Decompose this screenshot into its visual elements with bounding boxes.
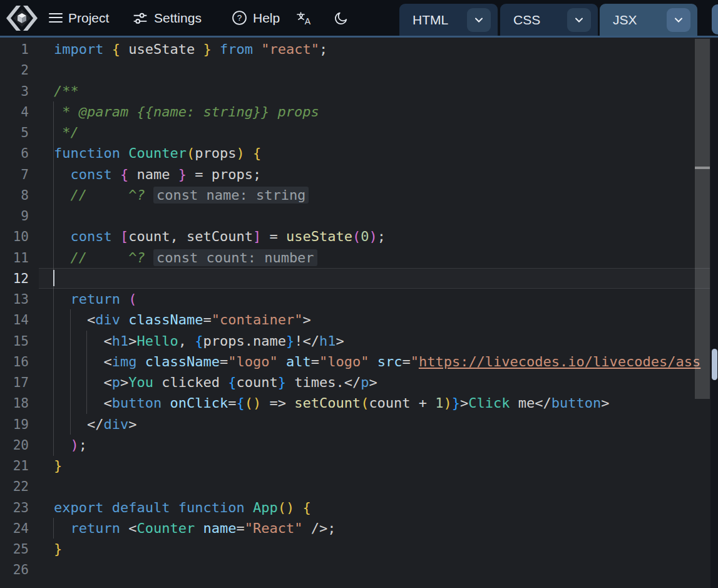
code-token: !</ [294,333,319,349]
code-token: () [245,395,262,411]
line-number: 17 [0,373,29,393]
code-line[interactable]: 12 [0,268,710,289]
code-line[interactable]: 24 return <Counter name="React" />; [0,518,710,539]
code-token: " [411,354,419,369]
code-token: Counter [136,520,195,536]
code-line[interactable]: 21} [0,455,710,476]
code-token: < [54,374,112,390]
line-number: 18 [0,393,29,413]
hamburger-icon [49,13,63,23]
editor-scrollbar-thumb[interactable] [695,39,710,399]
code-line[interactable]: 10 const [count, setCount] = useState(0)… [0,226,710,247]
code-line[interactable]: 3/** [0,81,710,101]
code-token: > [601,395,609,411]
code-token [103,500,111,515]
code-token [54,291,71,307]
code-line[interactable]: 5 */ [0,122,710,143]
tab-css-label: CSS [513,13,540,28]
line-number: 21 [0,456,29,476]
code-token: // ^? [54,187,153,203]
code-line[interactable]: 4 * @param {{name: string}} props [0,101,710,122]
code-token: = [311,354,319,369]
code-line[interactable]: 19 </div> [0,414,710,435]
code-token: => [261,395,294,411]
code-token [120,291,128,307]
code-token [112,167,120,182]
code-token: { [236,395,244,411]
code-token [212,41,220,57]
code-line[interactable]: 13 return ( [0,289,710,309]
help-menu[interactable]: ? Help [232,0,280,36]
code-token: > [460,395,468,411]
code-token: = props; [187,167,261,182]
tab-css[interactable]: CSS [500,4,598,36]
code-line[interactable]: 17 <p>You clicked {count} times.</p> [0,372,710,393]
code-token: 1 [435,395,443,411]
code-token: const [71,229,112,244]
line-number: 15 [0,331,29,351]
code-line[interactable]: 9 [0,205,710,226]
code-token: ( [128,291,136,307]
code-token: = [402,354,410,369]
code-token [278,354,286,369]
code-line[interactable]: 15 <h1>Hello, {props.name}!</h1> [0,331,710,351]
code-token: < [54,395,112,411]
code-line[interactable]: 18 <button onClick={() => setCount(count… [0,393,710,413]
code-token: < [54,354,112,369]
code-token: "container" [212,312,303,328]
settings-menu[interactable]: Settings [132,0,202,36]
html-language-dropdown[interactable] [467,8,491,32]
code-token: > [336,333,344,349]
translate-button[interactable]: A [295,9,314,28]
code-token: { [302,500,310,515]
code-line[interactable]: 23export default function App() { [0,497,710,518]
tab-html[interactable]: HTML [399,4,498,36]
code-line[interactable]: 11 // ^? const count: number [0,247,710,268]
code-token: count + [369,395,435,411]
line-number: 26 [0,560,29,580]
code-line[interactable]: 16 <img className="logo" alt="logo" src=… [0,351,710,372]
livecodes-app: Project Settings ? Help A [0,0,718,588]
code-token: { [253,145,261,161]
line-number: 14 [0,310,29,330]
line-number: 10 [0,227,29,247]
code-token: /** [54,83,79,99]
line-number: 23 [0,498,29,518]
code-line[interactable]: 2 [0,59,710,80]
code-token [120,312,128,328]
code-token: setCount [294,395,361,411]
code-editor[interactable]: 1import { useState } from "react";23/**4… [0,38,718,588]
code-token [54,229,71,244]
code-line[interactable]: 22 [0,476,710,497]
code-line[interactable]: 6function Counter(props) { [0,143,710,163]
code-line[interactable]: 20 ); [0,435,710,455]
code-token: export [54,500,103,515]
code-line[interactable]: 1import { useState } from "react"; [0,39,710,59]
livecodes-logo[interactable] [4,4,40,32]
code-token: } [286,333,294,349]
code-token: < [54,312,95,328]
page-scrollbar-thumb[interactable] [712,349,717,380]
line-number: 11 [0,248,29,268]
css-language-dropdown[interactable] [567,8,591,32]
url-link[interactable]: https://livecodes.io/livecodes/ass [419,354,700,369]
tab-partial-edge[interactable] [712,4,718,34]
project-menu[interactable]: Project [49,0,109,36]
code-token: "react" [261,41,319,57]
dark-mode-toggle[interactable] [332,9,351,28]
code-token: } [54,541,62,557]
code-line[interactable]: 25} [0,539,710,559]
code-line[interactable]: 8 // ^? const name: string [0,185,710,205]
code-token: () [278,500,295,515]
code-line[interactable]: 7 const { name } = props; [0,164,710,185]
code-token: p [361,374,369,390]
code-token [162,395,170,411]
code-token [54,167,71,182]
tab-jsx[interactable]: JSX [600,4,697,36]
code-line[interactable]: 26 [0,559,710,580]
code-line[interactable]: 14 <div className="container"> [0,309,710,330]
help-circle-icon: ? [232,10,247,26]
code-token: p [112,374,120,390]
jsx-language-dropdown[interactable] [667,8,690,32]
svg-text:?: ? [237,13,242,23]
